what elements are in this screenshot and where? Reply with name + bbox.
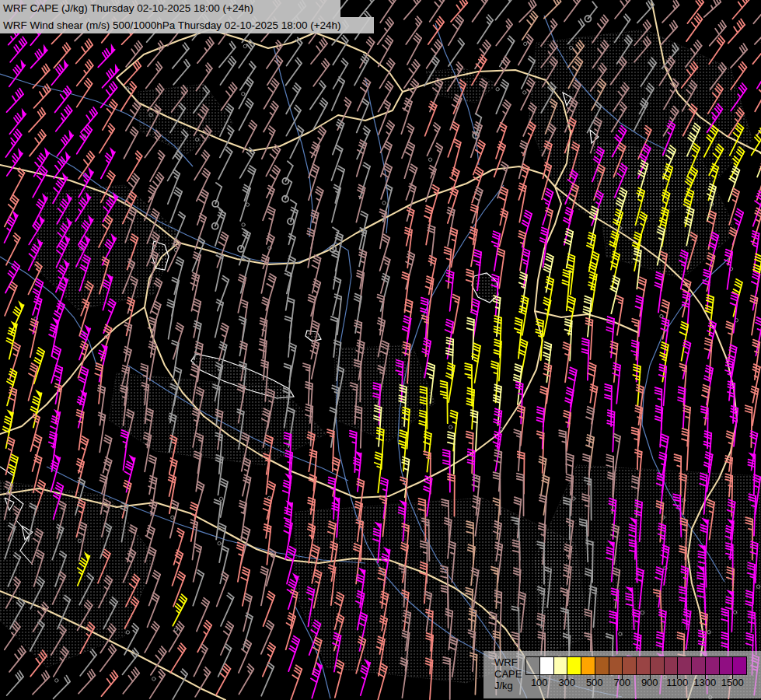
- title-cape-line: WRF CAPE (J/kg) Thursday 02-10-2025 18:0…: [0, 0, 340, 17]
- legend-swatch: [678, 657, 692, 674]
- legend-label-unit: J/kg: [494, 681, 513, 691]
- legend-swatch: [554, 657, 568, 674]
- weather-map-app: WRF CAPE (J/kg) Thursday 02-10-2025 18:0…: [0, 0, 761, 700]
- legend-swatch: [567, 657, 581, 674]
- legend-label-cape: CAPE: [494, 669, 522, 679]
- map-title-overlay: WRF CAPE (J/kg) Thursday 02-10-2025 18:0…: [0, 0, 374, 33]
- cape-legend: WRF CAPE J/kg 10030050070090011001300150…: [483, 651, 761, 698]
- legend-swatch: [706, 657, 720, 674]
- legend-swatch: [540, 657, 554, 674]
- legend-swatch: [609, 657, 623, 674]
- legend-swatch: [720, 657, 734, 674]
- legend-swatch: [733, 657, 746, 674]
- legend-tick-label: 1500: [715, 677, 749, 688]
- legend-swatch: [637, 657, 651, 674]
- legend-swatch: [692, 657, 706, 674]
- map-canvas: [0, 0, 761, 700]
- legend-swatch: [595, 657, 609, 674]
- legend-label-wrf: WRF: [494, 657, 518, 667]
- legend-swatch: [581, 657, 595, 674]
- legend-swatch: [651, 657, 665, 674]
- legend-swatch: [623, 657, 637, 674]
- title-windshear-line: WRF Wind shear (m/s) 500/1000hPa Thursda…: [0, 17, 374, 34]
- legend-swatch: [665, 657, 679, 674]
- legend-colorbar: [525, 656, 747, 675]
- legend-swatch: [526, 657, 540, 674]
